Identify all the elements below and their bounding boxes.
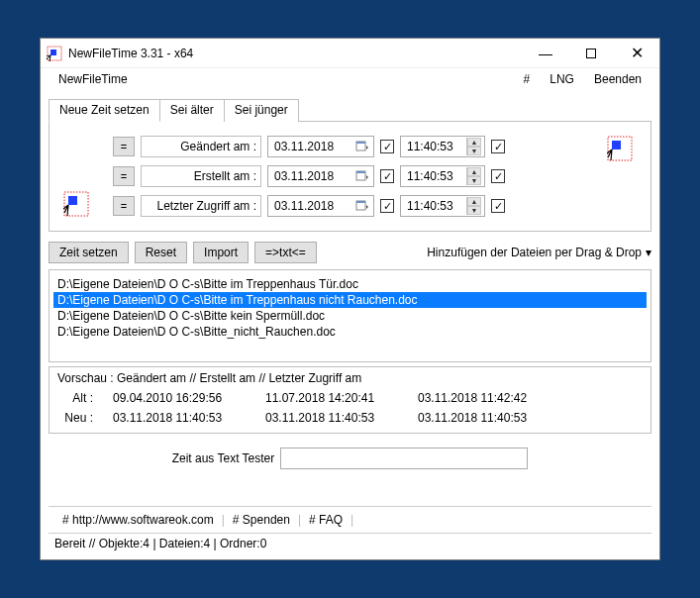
eq-button[interactable]: = bbox=[113, 137, 135, 156]
neu-modified: 03.11.2018 11:40:53 bbox=[113, 411, 246, 425]
time-spinner[interactable]: ▲▼ bbox=[466, 138, 481, 155]
checkbox-modified-date[interactable]: ✓ bbox=[380, 140, 394, 153]
link-donate[interactable]: # Spenden bbox=[225, 513, 298, 527]
tab-be-younger[interactable]: Sei jünger bbox=[225, 99, 299, 122]
checkbox-accessed-time[interactable]: ✓ bbox=[491, 199, 505, 213]
date-value: 03.11.2018 bbox=[274, 199, 334, 213]
menu-quit[interactable]: Beenden bbox=[584, 70, 651, 88]
eq-button[interactable]: = bbox=[113, 166, 135, 186]
checkbox-modified-time[interactable]: ✓ bbox=[491, 140, 505, 153]
tab-be-older[interactable]: Sei älter bbox=[160, 99, 225, 122]
svg-rect-3 bbox=[587, 49, 596, 57]
svg-rect-7 bbox=[68, 196, 77, 205]
time-picker-modified[interactable]: 11:40:53 ▲▼ bbox=[400, 136, 485, 157]
calendar-dropdown-icon[interactable] bbox=[354, 139, 370, 154]
tester-label: Zeit aus Text Tester bbox=[172, 451, 275, 465]
calendar-dropdown-icon[interactable] bbox=[354, 168, 370, 184]
alt-modified: 09.04.2010 16:29:56 bbox=[113, 391, 246, 405]
file-item[interactable]: D:\Eigene Dateien\D O C-s\Bitte kein Spe… bbox=[53, 308, 647, 324]
alt-accessed: 03.11.2018 11:42:42 bbox=[418, 391, 550, 405]
time-value: 11:40:53 bbox=[407, 169, 453, 183]
preview-header: Vorschau : Geändert am // Erstellt am //… bbox=[57, 371, 643, 385]
alt-label: Alt : bbox=[57, 391, 93, 405]
button-set-time[interactable]: Zeit setzen bbox=[49, 242, 129, 263]
time-picker-created[interactable]: 11:40:53 ▲▼ bbox=[400, 165, 485, 187]
svg-rect-9 bbox=[356, 142, 365, 144]
action-row: Zeit setzen Reset Import =>txt<= Hinzufü… bbox=[49, 242, 651, 263]
preview-row-neu: Neu : 03.11.2018 11:40:53 03.11.2018 11:… bbox=[57, 411, 643, 425]
alt-created: 11.07.2018 14:20:41 bbox=[265, 391, 398, 405]
link-faq[interactable]: # FAQ bbox=[301, 513, 350, 527]
preview-panel: Vorschau : Geändert am // Erstellt am //… bbox=[49, 366, 651, 434]
label-modified: Geändert am : bbox=[141, 136, 261, 157]
eq-button[interactable]: = bbox=[113, 196, 135, 216]
date-picker-modified[interactable]: 03.11.2018 bbox=[267, 136, 374, 157]
neu-created: 03.11.2018 11:40:53 bbox=[265, 411, 398, 425]
minimize-button[interactable]: — bbox=[523, 39, 568, 68]
button-export-txt[interactable]: =>txt<= bbox=[254, 242, 317, 263]
date-picker-created[interactable]: 03.11.2018 bbox=[267, 165, 374, 187]
menu-bar: NewFileTime # LNG Beenden bbox=[41, 68, 659, 92]
clock-icon[interactable] bbox=[607, 136, 633, 161]
menu-lng[interactable]: LNG bbox=[540, 70, 584, 88]
label-created: Erstellt am : bbox=[141, 165, 261, 187]
status-bar: Bereit // Objekte:4 | Dateien:4 | Ordner… bbox=[49, 533, 651, 555]
date-picker-accessed[interactable]: 03.11.2018 bbox=[267, 195, 374, 217]
file-list[interactable]: D:\Eigene Dateien\D O C-s\Bitte im Trepp… bbox=[49, 269, 651, 362]
tester-row: Zeit aus Text Tester bbox=[49, 448, 651, 469]
menu-app[interactable]: NewFileTime bbox=[49, 70, 138, 88]
checkbox-created-date[interactable]: ✓ bbox=[380, 169, 394, 183]
maximize-button[interactable] bbox=[568, 39, 614, 68]
date-value: 03.11.2018 bbox=[274, 140, 334, 153]
svg-rect-5 bbox=[612, 141, 621, 150]
link-homepage[interactable]: # http://www.softwareok.com bbox=[54, 513, 222, 527]
file-item[interactable]: D:\Eigene Dateien\D O C-s\Bitte_nicht_Ra… bbox=[53, 324, 647, 340]
tab-strip: Neue Zeit setzen Sei älter Sei jünger bbox=[49, 98, 651, 122]
clock-icon-left[interactable] bbox=[63, 191, 89, 217]
row-accessed: = Letzter Zugriff am : 03.11.2018 ✓ 11:4… bbox=[59, 195, 641, 217]
neu-label: Neu : bbox=[57, 411, 93, 425]
row-created: = Erstellt am : 03.11.2018 ✓ 11:40:53 ▲▼… bbox=[59, 165, 641, 187]
tab-panel: = Geändert am : 03.11.2018 ✓ 11:40:53 ▲▼… bbox=[49, 122, 651, 232]
app-window: NewFileTime 3.31 - x64 — ✕ NewFileTime #… bbox=[40, 38, 660, 560]
calendar-dropdown-icon[interactable] bbox=[354, 198, 370, 214]
time-spinner[interactable]: ▲▼ bbox=[466, 197, 481, 215]
checkbox-accessed-date[interactable]: ✓ bbox=[380, 199, 394, 213]
client-area: Neue Zeit setzen Sei älter Sei jünger = … bbox=[41, 92, 659, 559]
checkbox-created-time[interactable]: ✓ bbox=[491, 169, 505, 183]
time-picker-accessed[interactable]: 11:40:53 ▲▼ bbox=[400, 195, 485, 217]
time-value: 11:40:53 bbox=[407, 199, 453, 213]
date-value: 03.11.2018 bbox=[274, 169, 334, 183]
tester-input[interactable] bbox=[280, 448, 528, 469]
window-controls: — ✕ bbox=[523, 39, 659, 68]
time-value: 11:40:53 bbox=[407, 140, 453, 153]
svg-rect-13 bbox=[356, 201, 365, 203]
tab-set-new-time[interactable]: Neue Zeit setzen bbox=[49, 99, 160, 122]
file-item-selected[interactable]: D:\Eigene Dateien\D O C-s\Bitte im Trepp… bbox=[53, 292, 647, 308]
title-bar: NewFileTime 3.31 - x64 — ✕ bbox=[41, 39, 659, 68]
neu-accessed: 03.11.2018 11:40:53 bbox=[418, 411, 550, 425]
time-spinner[interactable]: ▲▼ bbox=[466, 167, 481, 185]
app-icon bbox=[47, 46, 62, 61]
window-title: NewFileTime 3.31 - x64 bbox=[68, 47, 523, 60]
preview-row-alt: Alt : 09.04.2010 16:29:56 11.07.2018 14:… bbox=[57, 391, 643, 405]
file-item[interactable]: D:\Eigene Dateien\D O C-s\Bitte im Trepp… bbox=[53, 276, 647, 292]
label-accessed: Letzter Zugriff am : bbox=[141, 195, 261, 217]
button-reset[interactable]: Reset bbox=[135, 242, 187, 263]
close-button[interactable]: ✕ bbox=[614, 39, 659, 68]
menu-hash[interactable]: # bbox=[514, 70, 541, 88]
drag-drop-label[interactable]: Hinzufügen der Dateien per Drag & Drop ▾ bbox=[427, 246, 651, 259]
button-import[interactable]: Import bbox=[193, 242, 249, 263]
bottom-links: # http://www.softwareok.com | # Spenden … bbox=[49, 506, 651, 533]
svg-rect-11 bbox=[356, 171, 365, 173]
chevron-down-icon: ▾ bbox=[646, 246, 651, 259]
row-modified: = Geändert am : 03.11.2018 ✓ 11:40:53 ▲▼… bbox=[59, 136, 641, 157]
time-grid: = Geändert am : 03.11.2018 ✓ 11:40:53 ▲▼… bbox=[59, 136, 641, 217]
svg-rect-2 bbox=[50, 50, 56, 55]
